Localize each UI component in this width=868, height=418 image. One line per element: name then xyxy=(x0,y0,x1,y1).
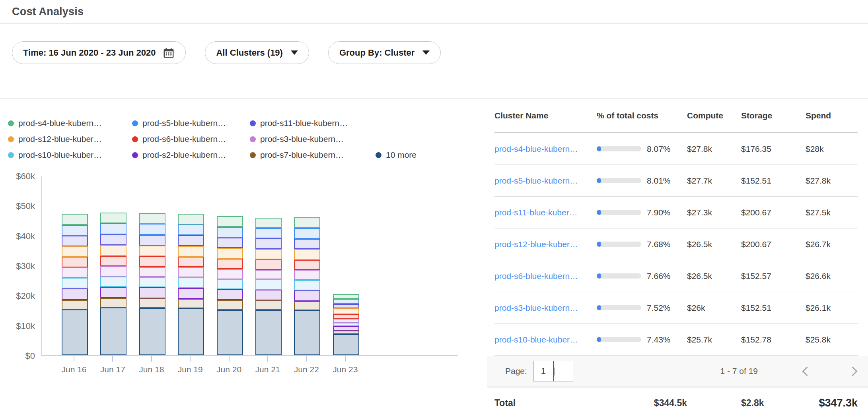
bar-segment[interactable] xyxy=(139,224,165,235)
legend-item[interactable]: prod-s2-blue-kubern… xyxy=(132,150,250,160)
bar-segment[interactable] xyxy=(100,223,127,234)
bar-segment[interactable] xyxy=(333,308,359,314)
bar-segment[interactable] xyxy=(100,213,127,223)
bar-segment[interactable] xyxy=(255,259,282,270)
page-select[interactable]: 1 xyxy=(533,361,573,381)
bar-segment[interactable] xyxy=(62,236,88,246)
bar-segment[interactable] xyxy=(294,290,320,301)
bar-segment[interactable] xyxy=(62,246,88,257)
bar-segment[interactable] xyxy=(139,287,165,298)
bar-segment[interactable] xyxy=(333,331,359,334)
cluster-name-link[interactable]: prod-s10-blue-kuber… xyxy=(494,335,578,344)
bar-segment[interactable] xyxy=(217,248,243,258)
bar-segment[interactable] xyxy=(178,277,204,288)
bar-segment[interactable] xyxy=(255,218,282,228)
legend-item[interactable]: prod-s7-blue-kubern… xyxy=(250,150,376,160)
bar-segment[interactable] xyxy=(100,266,127,277)
bar-segment[interactable] xyxy=(294,301,320,310)
bar-segment[interactable] xyxy=(217,279,243,290)
bar-segment[interactable] xyxy=(255,270,282,280)
bar-segment[interactable] xyxy=(62,300,88,310)
bar-segment[interactable] xyxy=(217,310,243,356)
bar-segment[interactable] xyxy=(139,267,165,277)
bar-segment[interactable] xyxy=(255,310,282,356)
bar-segment[interactable] xyxy=(139,256,165,267)
bar-segment[interactable] xyxy=(139,277,165,287)
bar-segment[interactable] xyxy=(62,214,88,225)
bar-segment[interactable] xyxy=(255,290,282,300)
time-range-filter-button[interactable]: Time: 16 Jun 2020 - 23 Jun 2020 xyxy=(12,41,186,64)
bar-segment[interactable] xyxy=(100,308,127,355)
legend-item[interactable]: prod-s3-blue-kubern… xyxy=(250,134,376,144)
bar-segment[interactable] xyxy=(217,227,243,238)
bar-segment[interactable] xyxy=(62,278,88,288)
bar-segment[interactable] xyxy=(178,288,204,299)
bar-segment[interactable] xyxy=(255,228,282,238)
bar-segment[interactable] xyxy=(333,319,359,323)
bar-segment[interactable] xyxy=(294,249,320,259)
bar-segment[interactable] xyxy=(139,308,165,355)
bar-segment[interactable] xyxy=(217,259,243,269)
cluster-name-link[interactable]: prod-s3-blue-kubern… xyxy=(494,303,578,312)
previous-page-button[interactable] xyxy=(802,366,812,376)
legend-item[interactable]: 10 more xyxy=(376,150,487,160)
bar-segment[interactable] xyxy=(294,280,320,290)
bar-segment[interactable] xyxy=(294,228,320,239)
bar-segment[interactable] xyxy=(333,323,359,326)
bar-segment[interactable] xyxy=(178,299,204,308)
bar-segment[interactable] xyxy=(62,267,88,278)
bar-segment[interactable] xyxy=(255,300,282,310)
bar-segment[interactable] xyxy=(333,334,359,355)
bar-segment[interactable] xyxy=(178,257,204,267)
bar-segment[interactable] xyxy=(139,298,165,308)
cluster-name-link[interactable]: prod-s12-blue-kuber… xyxy=(494,240,578,249)
bar-segment[interactable] xyxy=(217,300,243,310)
clusters-filter-dropdown[interactable]: All Clusters (19) xyxy=(205,41,309,64)
legend-item[interactable]: prod-s4-blue-kubern… xyxy=(8,118,132,128)
bar-segment[interactable] xyxy=(217,216,243,226)
bar-segment[interactable] xyxy=(139,213,165,224)
bar-segment[interactable] xyxy=(217,238,243,248)
bar-segment[interactable] xyxy=(333,299,359,304)
bar-segment[interactable] xyxy=(178,308,204,355)
bar-segment[interactable] xyxy=(178,214,204,224)
group-by-dropdown[interactable]: Group By: Cluster xyxy=(328,41,441,64)
legend-item[interactable]: prod-s10-blue-kuber… xyxy=(8,150,132,160)
bar-segment[interactable] xyxy=(294,270,320,280)
bar-segment[interactable] xyxy=(178,224,204,235)
bar-segment[interactable] xyxy=(255,238,282,249)
legend-item[interactable]: prod-s12-blue-kuber… xyxy=(8,134,132,144)
bar-segment[interactable] xyxy=(333,294,359,299)
bar-segment[interactable] xyxy=(333,326,359,331)
bar-segment[interactable] xyxy=(62,288,88,300)
bar-segment[interactable] xyxy=(100,298,127,308)
bar-segment[interactable] xyxy=(217,289,243,300)
bar-segment[interactable] xyxy=(178,246,204,257)
cluster-name-link[interactable]: prod-s11-blue-kuber… xyxy=(494,208,578,217)
bar-segment[interactable] xyxy=(100,277,127,287)
bar-segment[interactable] xyxy=(100,256,127,266)
bar-segment[interactable] xyxy=(217,269,243,279)
legend-item[interactable]: prod-s5-blue-kubern… xyxy=(132,118,250,128)
bar-segment[interactable] xyxy=(294,239,320,249)
bar-segment[interactable] xyxy=(139,235,165,246)
legend-item[interactable]: prod-s11-blue-kubern… xyxy=(250,118,376,128)
bar-segment[interactable] xyxy=(294,260,320,270)
bar-segment[interactable] xyxy=(333,314,359,319)
bar-segment[interactable] xyxy=(139,246,165,256)
bar-segment[interactable] xyxy=(255,279,282,290)
bar-segment[interactable] xyxy=(100,234,127,245)
cluster-name-link[interactable]: prod-s5-blue-kubern… xyxy=(494,176,578,185)
bar-segment[interactable] xyxy=(100,287,127,298)
bar-segment[interactable] xyxy=(333,304,359,308)
cluster-name-link[interactable]: prod-s6-blue-kubern… xyxy=(494,271,578,281)
bar-segment[interactable] xyxy=(294,217,320,228)
bar-segment[interactable] xyxy=(255,249,282,259)
bar-segment[interactable] xyxy=(62,257,88,267)
bar-segment[interactable] xyxy=(294,310,320,355)
next-page-button[interactable] xyxy=(848,366,857,376)
bar-segment[interactable] xyxy=(62,225,88,236)
bar-segment[interactable] xyxy=(62,310,88,355)
cluster-name-link[interactable]: prod-s4-blue-kubern… xyxy=(494,144,578,153)
bar-segment[interactable] xyxy=(178,235,204,246)
